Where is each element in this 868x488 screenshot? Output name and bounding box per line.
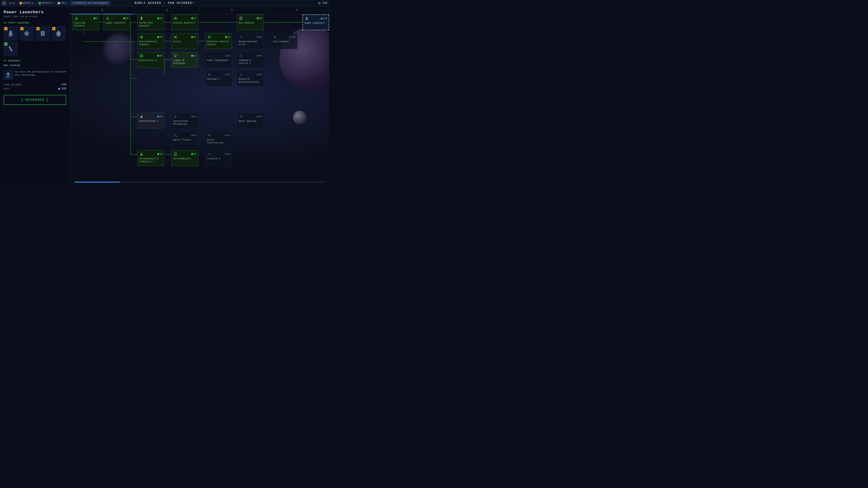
requires-item: Mun Landing <box>4 64 66 67</box>
tech-survivability[interactable]: 15 Survivability <box>171 150 198 166</box>
tech-name: Aviation 1 <box>207 157 230 160</box>
tech-micro-construction[interactable]: 35 Micro-Construction <box>205 131 232 147</box>
svg-rect-14 <box>9 46 12 52</box>
tech-name: Mun Landing <box>239 22 262 24</box>
tech-cost: 15 <box>157 17 162 20</box>
tech-icon <box>207 152 212 156</box>
tech-specialized-decoupling[interactable]: 15 Specialized Decoupling <box>171 113 198 129</box>
nav-ksc[interactable]: 🏢 KSC <box>55 1 69 5</box>
tech-basic-docking[interactable]: 50 Basic Docking <box>237 113 264 129</box>
tech-mun-landing[interactable]: 80 Mun Landing <box>237 14 264 30</box>
part-item: M <box>36 26 50 40</box>
svg-point-17 <box>7 73 8 74</box>
svg-point-18 <box>8 73 9 74</box>
tech-cost: 10 <box>157 116 162 118</box>
tech-payload-1[interactable]: 35 Payload 1 <box>205 71 232 87</box>
column-headers: 1 2 3 4 <box>70 6 329 14</box>
requires-label: ## REQUIRES: <box>4 59 66 62</box>
tech-monoprop-drive[interactable]: 80 Monopropellant Drive <box>237 33 264 49</box>
tech-icon <box>207 54 212 58</box>
svg-point-65 <box>142 56 142 57</box>
tech-construction-1[interactable]: 10 Construction 1 <box>137 113 164 129</box>
tech-name: Environmental Science <box>139 40 162 46</box>
svg-point-4 <box>73 2 74 4</box>
tech-name: Tiny Engines <box>273 40 296 43</box>
svg-rect-8 <box>10 36 11 37</box>
svg-point-62 <box>141 55 141 56</box>
tech-name: Light Launchers <box>105 22 128 24</box>
tech-lights-utilities[interactable]: 15 Lights & Utilities <box>171 52 198 68</box>
topbar-nav: Kerbol Kerbin 🏢 KSC Research and Develop… <box>2 1 110 5</box>
svg-point-73 <box>241 116 241 117</box>
tech-electronics-1[interactable]: 10 Electronics 1 <box>137 52 164 68</box>
tech-icon <box>139 16 144 21</box>
tech-cost: 15 <box>191 116 196 118</box>
svg-rect-1 <box>4 2 5 3</box>
tech-cost: 10 <box>123 17 128 20</box>
svg-point-66 <box>175 55 176 57</box>
part-icon <box>38 29 47 38</box>
tech-icon <box>139 35 144 39</box>
balance-label: YOUR BALANCE: <box>4 84 23 86</box>
parts-grid: M M M <box>4 26 66 56</box>
tech-icon <box>273 35 277 39</box>
tech-light-launchers[interactable]: 10 Light Launchers <box>103 14 130 30</box>
part-item: M <box>4 26 18 40</box>
tech-cost: 120 <box>289 36 296 38</box>
svg-point-54 <box>209 36 210 38</box>
tech-aviation-1[interactable]: 50 Aviation 1 <box>205 150 232 166</box>
nav-back[interactable] <box>7 1 17 5</box>
part-badge-m: M <box>36 27 39 30</box>
svg-rect-43 <box>141 17 142 20</box>
part-item: M <box>20 26 34 40</box>
tech-icon <box>139 54 144 58</box>
tech-name: Monopropellant Drive <box>239 40 262 46</box>
col-header-2: 2 <box>135 6 200 14</box>
tech-basic-trusses[interactable]: 25 Basic Trusses <box>171 131 198 147</box>
tech-icon <box>239 114 243 119</box>
tech-starting-rocketry[interactable]: 0 Starting Rocketry <box>72 14 99 30</box>
nav-kerbol[interactable]: Kerbol <box>18 1 35 5</box>
svg-rect-76 <box>174 134 175 135</box>
tech-aerodynamics-1[interactable]: 10 Aerodynamics & Stability 1 <box>137 150 164 166</box>
tech-environmental-science[interactable]: 10 Environmental Science <box>137 33 164 49</box>
svg-point-16 <box>7 73 9 75</box>
tech-power-launchers[interactable]: 180 Power Launchers <box>303 14 329 30</box>
part-item: M <box>52 26 66 40</box>
tech-name: Specialized Decoupling <box>173 120 196 126</box>
svg-point-7 <box>9 31 12 33</box>
tech-name: Power Launchers <box>305 22 327 25</box>
tech-name: Micro-Construction <box>207 138 230 144</box>
part-badge-s: S <box>4 42 7 46</box>
tech-command-control-2[interactable]: 50 Command & Control 2 <box>237 52 264 68</box>
col-header-3: 3 <box>199 6 265 14</box>
svg-rect-61 <box>141 55 143 57</box>
tech-name: Electronics 1 <box>139 59 162 62</box>
tech-name: Struts <box>173 40 196 43</box>
tech-name: Power Management <box>207 59 230 62</box>
svg-point-63 <box>142 55 142 56</box>
svg-rect-42 <box>107 18 108 20</box>
topbar: Kerbol Kerbin 🏢 KSC Research and Develop… <box>0 0 329 6</box>
part-badge-m: M <box>20 27 24 30</box>
tech-struts[interactable]: 35 Struts <box>171 33 198 49</box>
tech-name: Reaction Control System <box>207 40 230 46</box>
tech-solid-fuel-boosters[interactable]: 15 Solid Fuel Boosters <box>137 14 164 30</box>
svg-point-64 <box>141 56 141 57</box>
tech-tiny-engines[interactable]: 120 Tiny Engines <box>271 33 298 49</box>
tech-name: Orbital Rocketry <box>173 22 196 24</box>
tech-icon <box>305 16 309 21</box>
research-button[interactable]: [ RESEARCH ] <box>4 95 66 105</box>
nav-kerbin[interactable]: Kerbin <box>36 1 55 5</box>
prereq-message: You have the prerequisites to research t… <box>4 70 66 79</box>
tech-icon <box>173 152 178 156</box>
selected-tech-title: Power Launchers <box>4 10 66 14</box>
tech-icon <box>105 16 110 21</box>
tech-power-management[interactable]: 35 Power Management <box>205 52 232 68</box>
research-tree-area: 1 2 3 4 <box>70 6 329 184</box>
tech-reaction-control[interactable]: 50 Reaction Control System <box>205 33 232 49</box>
tech-cost: 0 <box>94 17 97 20</box>
tech-orbital-rocketry[interactable]: 25 Orbital Rocketry <box>171 14 198 30</box>
tech-research-miniaturization[interactable]: 50 Research Miniaturization <box>237 71 264 87</box>
nav-rd[interactable]: Research and Development <box>70 1 110 5</box>
